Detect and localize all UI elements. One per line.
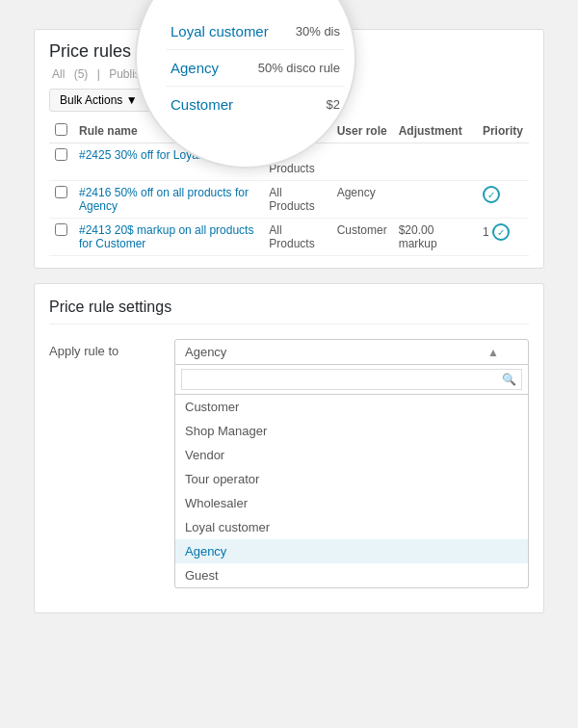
check-circle-icon: ✓ — [483, 186, 500, 203]
dropdown-search-input[interactable] — [181, 369, 522, 390]
rule-type-cell: All Products — [263, 219, 330, 256]
col-priority: Priority — [477, 119, 529, 143]
dropdown-list: CustomerShop ManagerVendorTour operatorW… — [174, 395, 529, 588]
apply-rule-select[interactable]: Agency ▲ — [174, 339, 529, 365]
adjustment-cell — [393, 181, 477, 219]
user-role-cell — [331, 143, 393, 181]
dropdown-search-container: 🔍 — [174, 365, 529, 395]
rule-name-link[interactable]: #2413 20$ markup on all products for Cus… — [79, 223, 253, 250]
dropdown-option[interactable]: Shop Manager — [175, 419, 528, 443]
settings-row: Apply rule to Agency ▲ 🔍 CustomerShop Ma… — [49, 339, 529, 588]
chevron-up-icon: ▲ — [487, 346, 499, 359]
table-row: #2416 50% off on all products for Agency… — [49, 181, 529, 219]
row-checkbox[interactable] — [55, 148, 67, 161]
row-checkbox[interactable] — [55, 223, 67, 236]
user-role-cell: Agency — [331, 181, 393, 219]
magnify-row-3: Customer $2 — [166, 87, 345, 122]
select-all-checkbox[interactable] — [55, 123, 67, 136]
col-adjustment: Adjustment — [393, 119, 477, 143]
table-row: #2413 20$ markup on all products for Cus… — [49, 219, 529, 256]
dropdown-option[interactable]: Tour operator — [175, 467, 528, 491]
magnify-row-2: Agency 50% disco rule — [166, 50, 345, 87]
rule-name-link[interactable]: #2416 50% off on all products for Agency — [79, 186, 249, 213]
dropdown-option[interactable]: Customer — [175, 395, 528, 419]
rule-type-cell: All Products — [263, 181, 330, 219]
settings-control: Agency ▲ 🔍 CustomerShop ManagerVendorTou… — [174, 339, 529, 588]
settings-panel: Price rule settings Apply rule to Agency… — [34, 283, 544, 613]
panel-title: Price rules — [49, 41, 131, 62]
col-user-role: User role — [331, 119, 393, 143]
check-circle-icon: ✓ — [492, 223, 510, 241]
selected-value-text: Agency — [185, 345, 226, 359]
row-checkbox[interactable] — [55, 186, 67, 198]
settings-label: Apply rule to — [49, 339, 174, 358]
filter-all[interactable]: All — [49, 67, 67, 81]
settings-title: Price rule settings — [49, 299, 529, 325]
dropdown-option[interactable]: Guest — [175, 563, 528, 587]
user-role-cell: Customer — [331, 219, 393, 256]
dropdown-option[interactable]: Wholesaler — [175, 491, 528, 515]
priority-cell: 1 ✓ — [477, 219, 529, 256]
dropdown-option[interactable]: Loyal customer — [175, 515, 528, 539]
priority-cell — [477, 143, 529, 181]
dropdown-option[interactable]: Vendor — [175, 443, 528, 467]
magnify-row-1: Loyal customer 30% dis — [166, 13, 345, 50]
priority-cell: ✓ — [477, 181, 529, 219]
search-icon: 🔍 — [502, 373, 516, 386]
adjustment-cell: $20.00 markup — [393, 219, 477, 256]
adjustment-cell — [393, 143, 477, 181]
dropdown-option[interactable]: Agency — [175, 539, 528, 563]
